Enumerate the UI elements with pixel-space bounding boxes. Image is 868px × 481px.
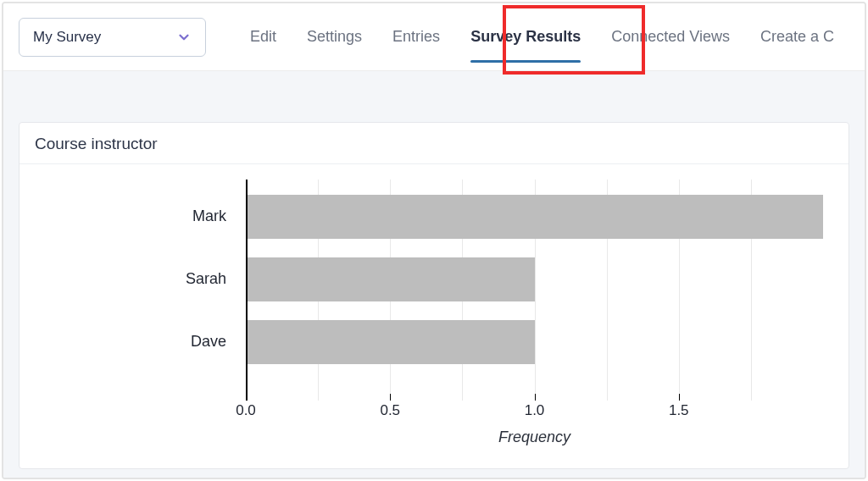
bar-row xyxy=(246,320,823,364)
tab-entries[interactable]: Entries xyxy=(377,3,455,71)
tick-mark xyxy=(679,394,680,401)
tab-label: Connected Views xyxy=(611,28,730,46)
tab-label: Settings xyxy=(307,28,362,46)
survey-selector-dropdown[interactable]: My Survey xyxy=(19,18,206,57)
tab-edit[interactable]: Edit xyxy=(235,3,292,71)
page-body: Course instructor MarkSarahDave Frequenc… xyxy=(3,71,865,478)
bar xyxy=(246,195,823,239)
x-tick-label: 1.0 xyxy=(509,402,560,419)
tab-settings[interactable]: Settings xyxy=(292,3,377,71)
survey-selector-label: My Survey xyxy=(33,29,101,46)
tab-survey-results[interactable]: Survey Results xyxy=(455,3,596,71)
tab-create-a-c[interactable]: Create a C xyxy=(745,3,849,71)
chart-y-axis xyxy=(246,180,248,401)
bar xyxy=(246,320,535,364)
tab-label: Survey Results xyxy=(470,28,581,46)
tick-mark xyxy=(390,394,391,401)
card-header: Course instructor xyxy=(19,123,849,164)
tick-mark xyxy=(535,394,536,401)
x-tick-label: 0.0 xyxy=(220,402,271,419)
tab-label: Edit xyxy=(250,28,276,46)
results-card: Course instructor MarkSarahDave Frequenc… xyxy=(19,122,849,469)
top-bar: My Survey EditSettingsEntriesSurvey Resu… xyxy=(3,3,865,71)
bar xyxy=(246,257,535,301)
tab-connected-views[interactable]: Connected Views xyxy=(596,3,745,71)
tab-bar: EditSettingsEntriesSurvey ResultsConnect… xyxy=(235,3,849,71)
bar-row xyxy=(246,257,823,301)
card-title: Course instructor xyxy=(35,135,833,153)
chart-x-axis-label: Frequency xyxy=(246,428,823,446)
tab-label: Create a C xyxy=(760,28,834,46)
x-tick-label: 1.5 xyxy=(654,402,704,419)
chevron-down-icon xyxy=(176,30,192,45)
tab-label: Entries xyxy=(392,28,440,46)
bar-row xyxy=(246,195,823,239)
category-label: Dave xyxy=(191,333,226,351)
category-label: Mark xyxy=(192,207,226,225)
chart-container: MarkSarahDave Frequency 0.00.51.01.5 xyxy=(19,164,849,468)
x-tick-label: 0.5 xyxy=(364,402,415,419)
category-label: Sarah xyxy=(186,270,226,288)
